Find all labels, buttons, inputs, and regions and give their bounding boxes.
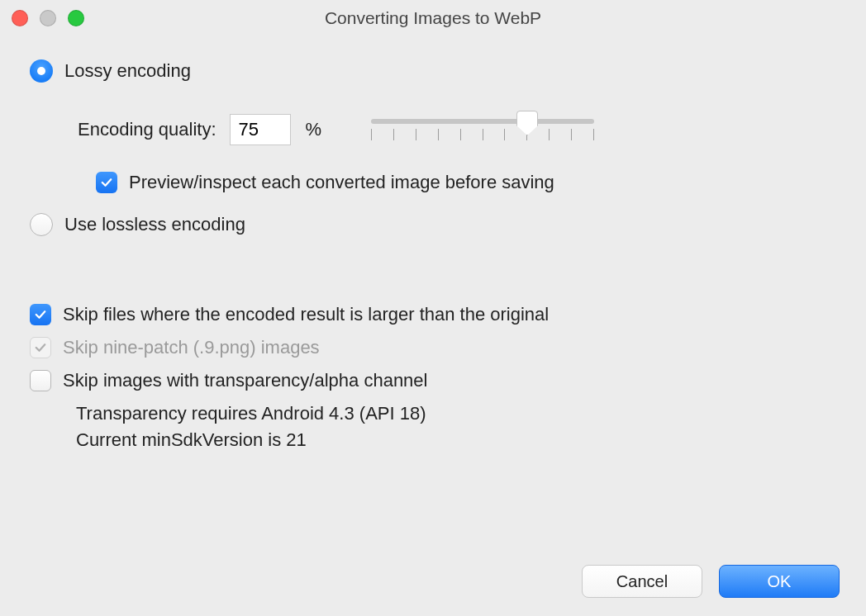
minimize-icon[interactable] bbox=[40, 10, 56, 26]
dialog-content: Lossy encoding Encoding quality: % Previ… bbox=[0, 36, 866, 462]
checkbox-icon bbox=[30, 370, 51, 391]
radio-icon bbox=[30, 213, 53, 236]
window-controls bbox=[12, 10, 84, 26]
quality-unit: % bbox=[306, 119, 322, 140]
titlebar: Converting Images to WebP bbox=[0, 0, 866, 36]
close-icon[interactable] bbox=[12, 10, 28, 26]
checkbox-skip-ninepatch: Skip nine-patch (.9.png) images bbox=[30, 337, 836, 358]
radio-lossy-label: Lossy encoding bbox=[64, 60, 191, 82]
radio-lossy[interactable]: Lossy encoding bbox=[30, 59, 836, 83]
checkbox-skip-larger[interactable]: Skip files where the encoded result is l… bbox=[30, 304, 836, 325]
cancel-button[interactable]: Cancel bbox=[582, 565, 702, 598]
quality-row: Encoding quality: % bbox=[78, 112, 836, 147]
quality-label: Encoding quality: bbox=[78, 119, 216, 140]
zoom-icon[interactable] bbox=[68, 10, 84, 26]
window-title: Converting Images to WebP bbox=[325, 8, 541, 28]
slider-ticks bbox=[371, 129, 594, 140]
checkbox-skip-alpha[interactable]: Skip images with transparency/alpha chan… bbox=[30, 370, 836, 391]
radio-lossless-label: Use lossless encoding bbox=[64, 214, 245, 235]
radio-lossless[interactable]: Use lossless encoding bbox=[30, 213, 836, 236]
slider-track bbox=[371, 119, 594, 124]
dialog-footer: Cancel OK bbox=[582, 565, 840, 598]
ok-button[interactable]: OK bbox=[719, 565, 840, 598]
checkbox-icon bbox=[30, 304, 51, 325]
checkbox-preview[interactable]: Preview/inspect each converted image bef… bbox=[96, 172, 836, 193]
checkbox-skip-alpha-label: Skip images with transparency/alpha chan… bbox=[63, 370, 427, 391]
alpha-note-2: Current minSdkVersion is 21 bbox=[76, 429, 836, 451]
quality-slider[interactable] bbox=[371, 112, 594, 147]
radio-icon bbox=[30, 59, 53, 83]
checkbox-skip-larger-label: Skip files where the encoded result is l… bbox=[63, 304, 549, 325]
quality-input[interactable] bbox=[230, 114, 291, 145]
checkbox-skip-ninepatch-label: Skip nine-patch (.9.png) images bbox=[63, 337, 320, 358]
checkbox-icon bbox=[30, 337, 51, 358]
alpha-note-1: Transparency requires Android 4.3 (API 1… bbox=[76, 403, 836, 424]
checkbox-icon bbox=[96, 172, 117, 193]
checkbox-preview-label: Preview/inspect each converted image bef… bbox=[129, 172, 554, 193]
